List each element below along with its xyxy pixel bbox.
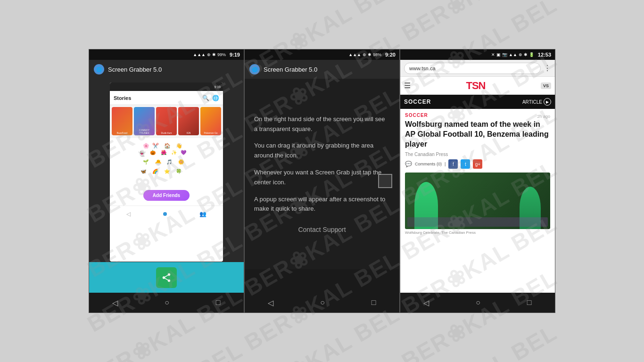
story-comedy-label: COMEDY TYLINES (134, 129, 155, 134)
comment-icon: 💬 (405, 161, 412, 167)
phone3-status-icons: ✕ ▣ 📷 ▲▲ ⊕ ✱ 🔋 12:53 (491, 52, 551, 58)
search-icon[interactable]: 🔍 (202, 95, 209, 101)
url-bar[interactable]: www.tsn.ca (404, 63, 541, 74)
phone2-app-bar: 🌐 Screen Grabber 5.0 (245, 60, 399, 79)
instruction-2: You can drag it around by grabbing the a… (254, 141, 390, 161)
article-category: SOCCER (405, 113, 428, 118)
phone2-recent-btn[interactable]: □ (372, 298, 376, 307)
image-caption: Wolfsburg Celebrate, The Canadian Press (405, 230, 550, 235)
network-icon: ▲▲▲ (348, 52, 361, 57)
inner-app-bar: Stories 🔍 🌐 (110, 91, 223, 105)
social-bar: 💬 Comments (0) | f t g+ (405, 159, 550, 169)
story-buzzfeed-label: BuzzFeed (112, 132, 132, 134)
phone1-status-bar: ▲▲▲ ⊕ ✱ 99% 9:19 (89, 49, 244, 60)
phone2-status-bar: ▲▲▲ ⊕ ✱ 98% 9:20 (245, 49, 399, 60)
inner-status-bar: 9:19 (110, 82, 223, 91)
wifi-icon: ⊕ (363, 52, 366, 57)
browser-menu-icon[interactable]: ⋮ (544, 64, 551, 73)
phone2-time: 9:20 (385, 52, 396, 58)
inner-people-icon[interactable]: 👥 (199, 211, 206, 217)
emoji-4: 👋 (176, 143, 182, 149)
bluetooth-icon2: ✱ (524, 52, 528, 57)
article-author: The Canadian Press (405, 152, 550, 157)
phone1-recent-btn[interactable]: □ (216, 298, 221, 307)
phone1-nav-bar: ◁ ○ □ (89, 293, 244, 313)
phone3-status-bar: ✕ ▣ 📷 ▲▲ ⊕ ✱ 🔋 12:53 (400, 49, 555, 60)
emoji-7: ✨ (171, 150, 177, 155)
emoji-3: 🏠 (164, 143, 171, 149)
phones-container: ▲▲▲ ⊕ ✱ 99% 9:19 🌐 Screen Grabber 5.0 9:… (89, 49, 555, 313)
phone1-inner-screen: 9:19 Stories 🔍 🌐 BuzzFeed COMEDY TYLINES (110, 82, 223, 262)
phone2-back-btn[interactable]: ◁ (268, 298, 273, 307)
story-dude[interactable]: Dude tlum (156, 107, 177, 135)
camera-icon: 📷 (502, 52, 507, 57)
phone2: ▲▲▲ ⊕ ✱ 98% 9:20 🌐 Screen Grabber 5.0 On… (244, 49, 400, 313)
phone3: ✕ ▣ 📷 ▲▲ ⊕ ✱ 🔋 12:53 www.tsn.ca ⋮ ☰ TSN … (400, 49, 555, 313)
inner-app-icons: 🔍 🌐 (202, 95, 219, 101)
hamburger-icon[interactable]: ☰ (404, 81, 411, 90)
wifi-icon2: ⊕ (519, 52, 522, 57)
phone1-home-btn[interactable]: ○ (165, 298, 169, 307)
emoji-5: 🎃 (150, 150, 156, 155)
emoji-2: ✂️ (152, 143, 159, 149)
close-icon: ✕ (491, 52, 495, 57)
phone3-back-btn[interactable]: ◁ (423, 298, 429, 307)
stories-title: Stories (114, 95, 131, 101)
article-btn[interactable]: ARTICLE ▶ (522, 98, 551, 106)
phone1-app-title: Screen Grabber 5.0 (108, 66, 162, 73)
emoji-13: 🌈 (152, 169, 158, 174)
phone1-status-icons: ▲▲▲ ⊕ ✱ 99% 9:19 (193, 52, 240, 58)
battery-icon: 🔋 (529, 52, 534, 57)
article-label: ARTICLE (522, 99, 542, 105)
category-row: SOCCER 2h ago (405, 113, 550, 120)
tsn-logo: TSN (466, 80, 485, 92)
article-headline: Wolfsburg named team of the week in AP G… (405, 120, 550, 149)
phone1: ▲▲▲ ⊕ ✱ 99% 9:19 🌐 Screen Grabber 5.0 9:… (89, 49, 244, 313)
contact-support-button[interactable]: Contact Support (298, 226, 346, 233)
emoji-9: 🌱 (143, 159, 149, 165)
phone2-status-icons: ▲▲▲ ⊕ ✱ 98% 9:20 (348, 52, 396, 58)
emoji-11: 🌼 (178, 159, 184, 165)
inner-home-dot[interactable] (163, 212, 167, 216)
story-comedy[interactable]: COMEDY TYLINES (134, 107, 155, 135)
bluetooth-icon: ✱ (212, 52, 216, 57)
globe-icon[interactable]: 🌐 (212, 95, 219, 101)
phone1-content: 9:19 Stories 🔍 🌐 BuzzFeed COMEDY TYLINES (89, 79, 244, 262)
story-ign[interactable]: IGN (178, 107, 199, 135)
instruction-3: Whenever you want a Screen Grab just tap… (254, 168, 390, 188)
phone3-recent-btn[interactable]: □ (527, 298, 532, 307)
transparent-square[interactable] (378, 174, 392, 188)
soccer-tab-label[interactable]: SOCCER (404, 99, 431, 105)
crowd-background (407, 217, 548, 227)
vs-badge: VS (541, 82, 551, 89)
story-dude-label: Dude tlum (156, 132, 177, 134)
screen-icon: ▣ (496, 52, 501, 57)
phone3-time: 12:53 (538, 52, 551, 58)
story-pokemon[interactable]: Pokemon Go (200, 107, 221, 135)
twitter-share-btn[interactable]: t (461, 159, 470, 169)
phone2-bottom-bar (245, 269, 399, 293)
phone1-app-bar: 🌐 Screen Grabber 5.0 (89, 60, 244, 79)
phone3-home-btn[interactable]: ○ (476, 298, 480, 307)
phone1-back-btn[interactable]: ◁ (112, 298, 118, 307)
add-friends-button[interactable]: Add Friends (143, 190, 190, 201)
story-buzzfeed[interactable]: BuzzFeed (112, 107, 132, 135)
comments-label[interactable]: Comments (0) (415, 162, 442, 166)
wifi-icon: ⊕ (207, 52, 211, 57)
phone2-home-btn[interactable]: ○ (320, 298, 325, 307)
share-icon (161, 272, 172, 283)
article-circle-icon: ▶ (544, 98, 551, 106)
facebook-share-btn[interactable]: f (448, 159, 458, 169)
network-icon: ▲▲ (509, 52, 517, 57)
ghost-icon: 👻 (138, 150, 146, 157)
story-ign-label: IGN (178, 132, 199, 134)
inner-back-btn[interactable]: ◁ (126, 211, 131, 217)
inner-nav-bar: ◁ 👥 (110, 206, 223, 222)
bluetooth-icon: ✱ (368, 52, 372, 57)
browser-bar: www.tsn.ca ⋮ (400, 60, 555, 77)
share-button[interactable] (156, 267, 177, 288)
tsn-header: ☰ TSN VS (400, 77, 555, 95)
snapchat-area: 🌸 ✂️ 🏠 👋 👻 🎃 🌺 ✨ 💜 🌱 🐣 🎵 🌼 🦋 (110, 138, 223, 206)
gplus-share-btn[interactable]: g+ (473, 159, 482, 169)
chick-icon: 🐣 (155, 159, 162, 166)
